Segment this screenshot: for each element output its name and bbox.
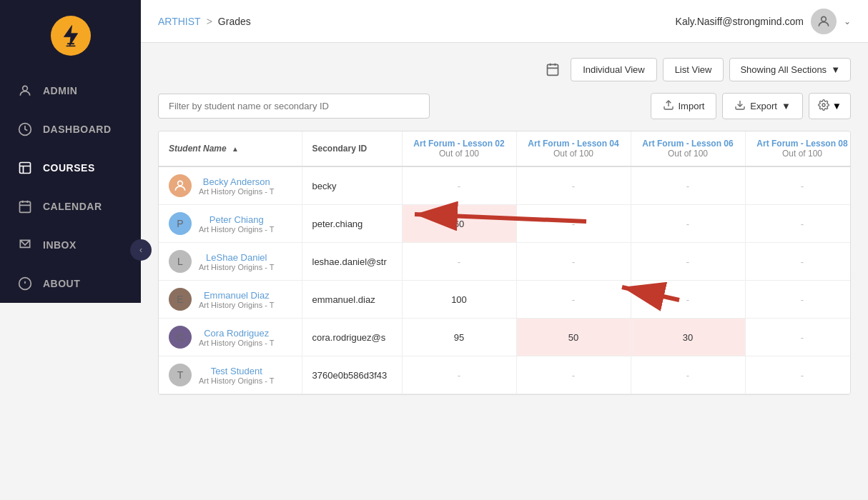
score-dash: - xyxy=(801,294,804,305)
inbox-icon xyxy=(17,237,33,253)
score-cell: - xyxy=(516,281,631,319)
score-dash: - xyxy=(686,370,689,381)
secondary-id-cell: 3760e0b586d3f43 xyxy=(302,356,402,394)
student-name[interactable]: Peter Chiang xyxy=(199,214,275,225)
student-avatar: T xyxy=(169,364,192,386)
student-avatar: C xyxy=(169,326,192,349)
student-sub: Art History Origins - T xyxy=(199,263,275,271)
sidebar-item-courses[interactable]: COURSES xyxy=(0,149,141,187)
score-dash: - xyxy=(801,256,804,267)
col-header-secondary-id: Secondary ID xyxy=(302,131,402,166)
student-name[interactable]: Cora Rodriguez xyxy=(199,328,275,339)
score-dash: - xyxy=(458,370,460,381)
score-dash: - xyxy=(801,332,804,343)
admin-icon xyxy=(17,83,33,99)
sidebar-collapse-button[interactable]: ‹ xyxy=(130,239,152,261)
score-dash: - xyxy=(572,256,575,267)
svg-rect-8 xyxy=(548,64,558,75)
table-row: P Peter Chiang Art History Origins - T p… xyxy=(159,205,851,243)
individual-view-button[interactable]: Individual View xyxy=(571,58,656,81)
score-dash: - xyxy=(572,181,575,191)
settings-chevron-icon: ▼ xyxy=(832,101,842,111)
export-label: Export xyxy=(750,101,777,111)
col-header-student-name[interactable]: Student Name ▲ xyxy=(159,131,302,166)
score-dash: - xyxy=(686,219,689,229)
col-header-lesson-06[interactable]: Art Forum - Lesson 06 Out of 100 xyxy=(631,131,745,166)
sidebar-item-about-label: ABOUT xyxy=(43,278,80,289)
score-cell: 95 xyxy=(402,319,516,356)
score-cell: - xyxy=(402,243,516,281)
score-cell: 50 xyxy=(516,319,631,356)
student-name-cell: P Peter Chiang Art History Origins - T xyxy=(159,205,302,243)
breadcrumb-separator: > xyxy=(207,16,212,27)
breadcrumb: ARTHIST > Grades xyxy=(158,16,251,27)
search-input[interactable] xyxy=(158,94,430,119)
student-name[interactable]: Emmanuel Diaz xyxy=(199,290,275,301)
score-dash: - xyxy=(686,294,689,305)
score-cell: - xyxy=(631,166,745,205)
score-dash: - xyxy=(572,294,575,305)
table-row: T Test Student Art History Origins - T 3… xyxy=(159,356,851,394)
col-header-lesson-02[interactable]: Art Forum - Lesson 02 Out of 100 xyxy=(402,131,516,166)
student-sub: Art History Origins - T xyxy=(199,376,275,385)
avatar xyxy=(811,9,837,34)
lesson-06-link[interactable]: Art Forum - Lesson 06 xyxy=(642,139,733,149)
score-dash: - xyxy=(458,256,460,267)
breadcrumb-current: Grades xyxy=(218,16,251,27)
score-cell: - xyxy=(631,356,745,394)
calendar-view-icon[interactable] xyxy=(541,57,565,81)
sidebar-item-admin[interactable]: ADMIN xyxy=(0,71,141,110)
import-icon xyxy=(663,99,674,113)
score-dash: - xyxy=(801,219,804,229)
col-header-lesson-04[interactable]: Art Forum - Lesson 04 Out of 100 xyxy=(516,131,631,166)
student-avatar: E xyxy=(169,288,192,311)
settings-button[interactable]: ▼ xyxy=(809,93,851,119)
student-name-header-label: Student Name xyxy=(169,144,227,154)
import-label: Import xyxy=(679,101,705,111)
score-cell: 30 xyxy=(631,319,745,356)
sidebar-item-inbox-label: INBOX xyxy=(43,239,77,251)
breadcrumb-link[interactable]: ARTHIST xyxy=(158,16,201,27)
score-cell: - xyxy=(745,319,851,356)
score-cell: - xyxy=(631,243,745,281)
score-dash: - xyxy=(686,256,689,267)
list-view-button[interactable]: List View xyxy=(663,58,724,81)
col-header-lesson-08[interactable]: Art Forum - Lesson 08 Out of 100 xyxy=(745,131,851,166)
score-cell: - xyxy=(745,205,851,243)
sort-icon: ▲ xyxy=(232,145,239,153)
score-dash: - xyxy=(801,370,804,381)
student-avatar: P xyxy=(169,212,192,235)
app-logo xyxy=(0,0,141,71)
student-name-cell: E Emmanuel Diaz Art History Origins - T xyxy=(159,281,302,319)
sidebar-item-dashboard-label: DASHBOARD xyxy=(43,124,112,135)
score-cell: - xyxy=(631,281,745,319)
student-sub: Art History Origins - T xyxy=(199,339,275,347)
table-row: L LeShae Daniel Art History Origins - T … xyxy=(159,243,851,281)
lesson-02-link[interactable]: Art Forum - Lesson 02 xyxy=(413,139,504,149)
actions-row: Import Export ▼ xyxy=(158,93,851,119)
export-button[interactable]: Export ▼ xyxy=(722,93,802,119)
user-menu-chevron[interactable]: ⌄ xyxy=(844,16,851,26)
student-name-cell: L LeShae Daniel Art History Origins - T xyxy=(159,243,302,281)
sections-label: Showing All Sections xyxy=(740,64,827,75)
sidebar-item-about[interactable]: ABOUT xyxy=(0,264,141,303)
secondary-id-cell: cora.rodriguez@s xyxy=(302,319,402,356)
student-name[interactable]: Test Student xyxy=(199,366,275,376)
import-button[interactable]: Import xyxy=(651,93,717,119)
lesson-08-link[interactable]: Art Forum - Lesson 08 xyxy=(756,139,847,149)
lesson-02-out-of: Out of 100 xyxy=(413,149,506,159)
sidebar-item-dashboard[interactable]: DASHBOARD xyxy=(0,110,141,149)
sidebar-item-calendar[interactable]: CALENDAR xyxy=(0,187,141,226)
score-cell: - xyxy=(745,243,851,281)
lesson-04-link[interactable]: Art Forum - Lesson 04 xyxy=(528,139,618,149)
student-name[interactable]: LeShae Daniel xyxy=(199,252,275,263)
showing-all-sections-button[interactable]: Showing All Sections ▼ xyxy=(729,58,851,81)
score-dash: - xyxy=(572,219,575,229)
sidebar-item-inbox[interactable]: INBOX xyxy=(0,226,141,264)
score-cell: 100 xyxy=(402,281,516,319)
student-name[interactable]: Becky Anderson xyxy=(199,176,275,187)
calendar-nav-icon xyxy=(17,199,33,214)
secondary-id-cell: emmanuel.diaz xyxy=(302,281,402,319)
student-name-cell: C Cora Rodriguez Art History Origins - T xyxy=(159,319,302,356)
lesson-06-out-of: Out of 100 xyxy=(641,149,735,159)
